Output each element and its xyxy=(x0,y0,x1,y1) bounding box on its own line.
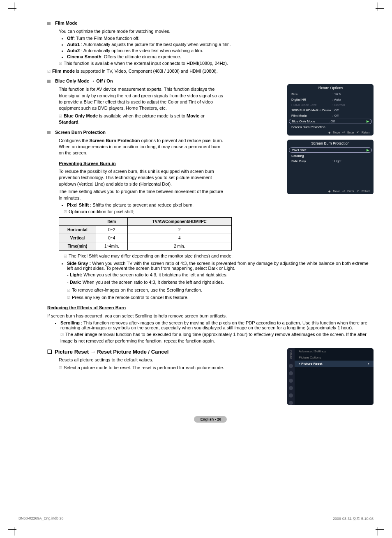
list-item: Scrolling : This function removes after-… xyxy=(60,320,374,344)
menu-icon xyxy=(289,386,293,390)
menu-icon xyxy=(289,379,293,383)
page-number: English - 26 xyxy=(47,416,374,423)
menu-row-selected[interactable]: ▸ Picture Reset ▸ xyxy=(295,361,374,367)
note: Film mode is supported in TV, Video, Com… xyxy=(47,68,374,74)
square-bullet-icon xyxy=(47,22,51,25)
note: The after-image removal function has to … xyxy=(60,331,374,344)
note: The Pixel Shift value may differ dependi… xyxy=(64,253,374,259)
subheading-prevent: Preventing Screen Burn-in xyxy=(59,161,224,167)
note: This function is available when the exte… xyxy=(59,60,374,67)
heading-blue-only: Blue Only Mode → Off / On xyxy=(55,78,113,83)
heading-film-mode: Film Mode xyxy=(55,21,77,25)
list-item: Side Gray : When you watch TV with the s… xyxy=(67,261,374,301)
pixel-shift-table: ItemTV/AV/Component/HDMI/PC Horizontal0~… xyxy=(59,217,232,251)
menu-icon xyxy=(289,371,293,375)
menu-icon xyxy=(289,364,293,368)
menu-title: Picture Options xyxy=(287,84,374,92)
play-icon: ▶ xyxy=(367,120,369,123)
list-item: Pixel Shift : Shifts the picture to prev… xyxy=(67,202,374,207)
menu-icon xyxy=(289,393,293,398)
list-item: Off: Turn the Film Mode function off. xyxy=(67,36,374,41)
menu-item-size: Size xyxy=(291,92,332,96)
chevron-right-icon: ▸ xyxy=(368,362,369,366)
list-item: Auto1 : Automatically adjusts the pictur… xyxy=(67,42,374,47)
subheading-reduce: Reducing the Effects of Screen Burn xyxy=(47,305,374,311)
square-bullet-icon xyxy=(47,131,51,134)
list-item: Auto2 : Automatically optimizes the vide… xyxy=(67,48,374,53)
note: Press any key on the remote control to c… xyxy=(67,294,374,301)
menu-row-selected[interactable]: Blue Only Mode: Off ▶ xyxy=(289,119,372,124)
heading-screen-burn: Screen Burn Protection xyxy=(55,130,106,135)
menu-footer: ◆Move⏎Enter↶Return xyxy=(287,130,374,136)
note: Optimum condition for pixel shift; xyxy=(64,209,374,215)
menu-picture-options: Picture Options Size: 16:9 Digital NR: A… xyxy=(287,84,374,136)
note: To remove after-images on the screen, us… xyxy=(67,287,374,293)
menu-screen-burn: Screen Burn Protection Pixel Shift ▶ Scr… xyxy=(287,140,374,194)
square-bullet-icon xyxy=(47,80,51,83)
play-icon: ▶ xyxy=(367,148,369,152)
menu-icon xyxy=(289,401,293,405)
menu-row-selected[interactable]: Pixel Shift ▶ xyxy=(289,147,372,153)
menu-picture-reset: Picture Advanced Settings Picture Option… xyxy=(287,348,374,405)
note: Blue Only Mode is available when the pic… xyxy=(59,113,224,126)
list-item: Cinema Smooth: Offers the ultimate cinem… xyxy=(67,54,374,59)
doc-footer: BN68-02269A_Eng.indb 26 2009-03-31 오후 5:… xyxy=(18,516,374,522)
